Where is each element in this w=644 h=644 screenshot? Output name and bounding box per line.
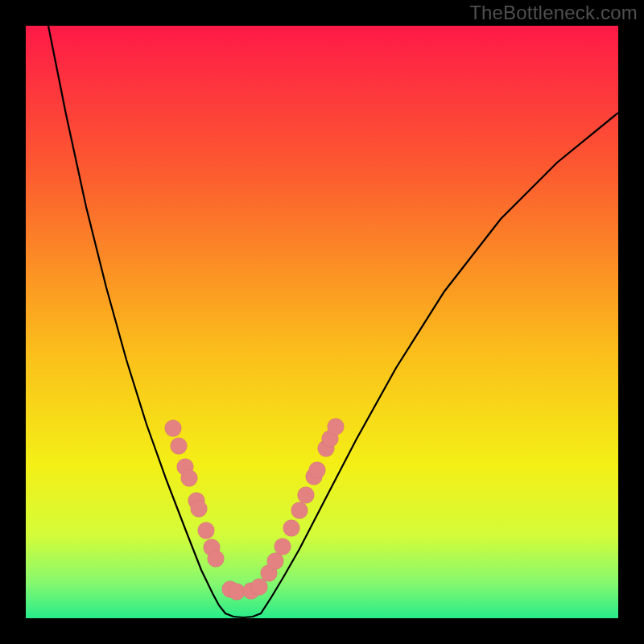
data-marker [171, 438, 188, 455]
data-marker [229, 584, 246, 601]
data-marker [283, 520, 300, 537]
data-marker [191, 501, 208, 518]
chart-frame: TheBottleneck.com [0, 0, 644, 644]
data-marker [328, 419, 345, 436]
data-marker [181, 470, 198, 487]
data-marker [165, 420, 182, 437]
data-marker [208, 551, 225, 568]
plot-area [26, 26, 618, 618]
data-marker [298, 487, 315, 504]
data-marker [291, 502, 308, 519]
watermark-text: TheBottleneck.com [469, 2, 638, 24]
chart-svg [26, 26, 618, 618]
marker-group [165, 419, 345, 601]
data-marker [251, 579, 268, 596]
data-marker [198, 522, 215, 539]
data-marker [275, 539, 291, 555]
data-marker [267, 553, 284, 570]
bottleneck-curve [48, 26, 618, 617]
data-marker [309, 462, 326, 479]
